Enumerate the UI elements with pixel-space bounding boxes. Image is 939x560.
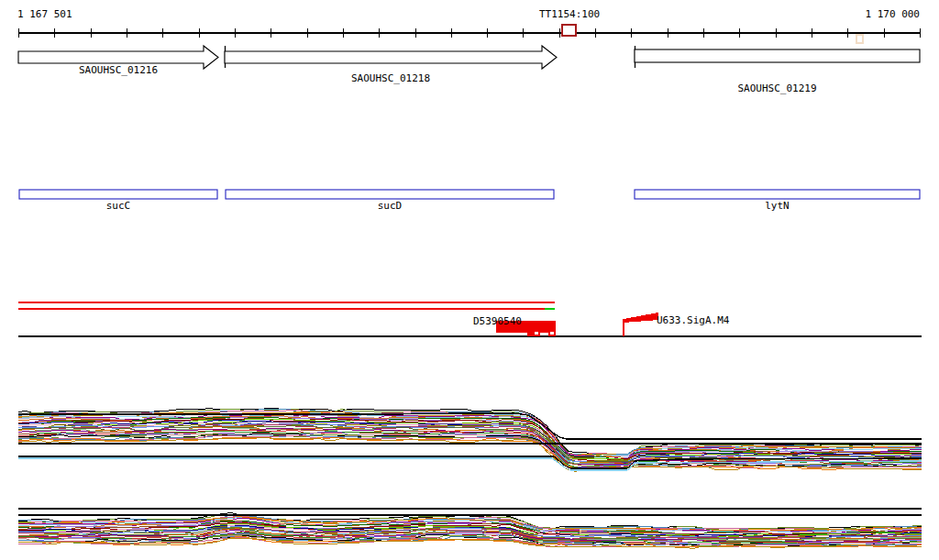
faint-feature-box: [856, 35, 863, 43]
upper-coverage-plot: [18, 409, 922, 472]
gene-label: SAOUHSC_01216: [79, 65, 158, 75]
feature-flag[interactable]: [624, 313, 658, 323]
position-marker-box[interactable]: [562, 25, 576, 36]
gene-name-box[interactable]: [635, 190, 920, 199]
gene-track-names: [19, 190, 920, 199]
gene-label: SAOUHSC_01219: [737, 83, 816, 93]
gene-name-label: sucD: [378, 201, 403, 211]
gene-name-box[interactable]: [226, 190, 554, 199]
feature-flag-label[interactable]: U633.SigA.M4: [657, 315, 729, 325]
lower-coverage-plot: [18, 509, 922, 549]
gene-name-label: lytN: [765, 201, 790, 211]
gene-arrow[interactable]: [225, 46, 557, 69]
feature-small-mark[interactable]: [534, 331, 539, 335]
marker-label[interactable]: TT1154:100: [539, 9, 600, 19]
gene-label: SAOUHSC_01218: [351, 73, 430, 83]
feature-small-mark[interactable]: [528, 331, 533, 335]
feature-small-mark[interactable]: [549, 331, 555, 335]
feature-track: [18, 302, 922, 336]
coordinate-end-label: 1 170 000: [865, 9, 920, 19]
gene-box[interactable]: [635, 49, 920, 62]
genome-browser-view: 1 167 501 1 170 000 TT1154:100 D5390540 …: [0, 0, 939, 560]
gene-name-box[interactable]: [19, 190, 217, 199]
ruler: [18, 25, 921, 43]
coordinate-start-label: 1 167 501: [17, 9, 72, 19]
feature-block-label[interactable]: D5390540: [473, 316, 522, 326]
gene-name-label: sucC: [106, 201, 131, 211]
